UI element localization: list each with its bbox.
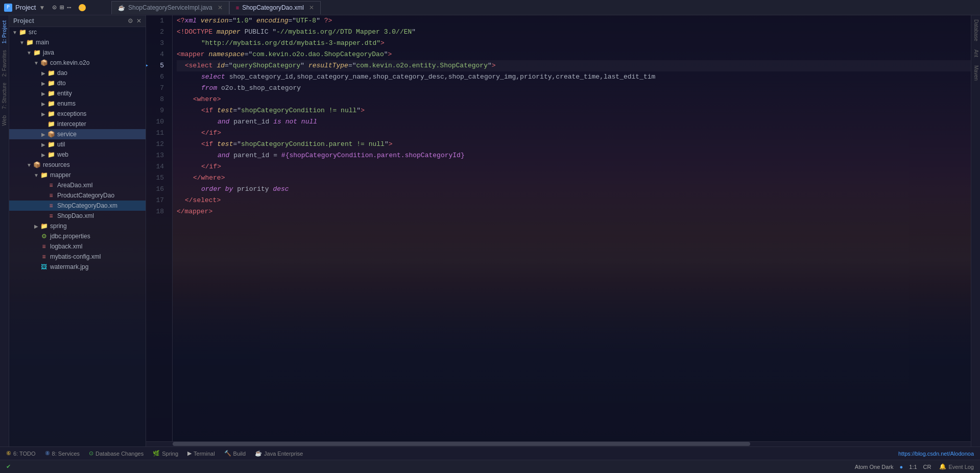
tree-item-java[interactable]: ▼ 📁 java	[9, 47, 146, 58]
ln-6: 6	[146, 71, 166, 83]
tree-item-shopdao[interactable]: ≡ ShopDao.xml	[9, 211, 146, 221]
tree-item-areadao[interactable]: ≡ AreaDao.xml	[9, 180, 146, 190]
code-content[interactable]: <?xml version="1.0" encoding="UTF-8" ?> …	[173, 15, 971, 441]
tab-java[interactable]: ☕ ShopCategoryServiceImpl.java ✕	[111, 1, 229, 14]
tree-item-mapper[interactable]: ▼ 📁 mapper	[9, 170, 146, 180]
tree-item-logback[interactable]: ≡ logback.xml	[9, 241, 146, 252]
tree-item-spring[interactable]: ▶ 📁 spring	[9, 221, 146, 231]
tab-java-close[interactable]: ✕	[218, 4, 223, 11]
project-dropdown[interactable]: ▼	[39, 4, 45, 11]
ant-panel-tab[interactable]: Ant	[971, 45, 980, 61]
label-mybatis: mybatis-config.xml	[50, 253, 101, 260]
java-icon: 📁	[33, 48, 41, 57]
panel-gear-icon[interactable]: ⚙	[128, 17, 133, 24]
exceptions-icon: 📁	[47, 110, 55, 118]
tree-item-pkg[interactable]: ▼ 📦 com.kevin.o2o	[9, 58, 146, 68]
tree-item-web[interactable]: ▶ 📁 web	[9, 150, 146, 160]
logback-icon: ≡	[40, 242, 48, 251]
todo-btn[interactable]: ⑥ 6: TODO	[2, 449, 40, 458]
label-resources: resources	[43, 161, 70, 168]
tree-item-src[interactable]: ▼ 📁 src	[9, 27, 146, 37]
spring-btn[interactable]: 🌿 Spring	[149, 449, 182, 458]
tree-item-service[interactable]: ▶ 📦 service	[9, 129, 146, 139]
build-btn[interactable]: 🔨 Build	[220, 449, 250, 458]
position-label[interactable]: 1:1	[909, 464, 917, 470]
services-btn[interactable]: ⑧ 8: Services	[41, 449, 84, 458]
java-tab-icon: ☕	[118, 5, 125, 11]
tree-item-util[interactable]: ▶ 📁 util	[9, 139, 146, 150]
tree-item-dto[interactable]: ▶ 📁 dto	[9, 78, 146, 88]
maven-panel-tab[interactable]: Maven	[971, 61, 980, 85]
terminal-btn[interactable]: ▶ Terminal	[183, 449, 219, 458]
tree-item-dao[interactable]: ▶ 📁 dao	[9, 68, 146, 78]
terminal-icon[interactable]: ⊞	[60, 3, 64, 12]
scrollbar-thumb[interactable]	[173, 442, 750, 446]
event-log-btn[interactable]: 🔔 Event Log	[937, 462, 976, 471]
shopdao-icon: ≡	[47, 212, 55, 220]
minimize-button[interactable]: —	[79, 4, 86, 11]
java-ent-label: Java Enterprise	[264, 451, 303, 457]
sidebar-tab-3[interactable]: 7: Structure	[1, 80, 8, 112]
spring-icon: 📁	[40, 222, 48, 230]
tree-item-productcategoryDao[interactable]: ≡ ProductCategoryDao	[9, 190, 146, 201]
ln-13: 13	[146, 150, 166, 161]
theme-label[interactable]: Atom One Dark	[855, 464, 894, 470]
intercepter-icon: 📁	[47, 120, 55, 128]
java-ent-btn[interactable]: ☕ Java Enterprise	[251, 449, 307, 458]
code-line-14: </if>	[177, 161, 971, 172]
util-icon: 📁	[47, 140, 55, 148]
ln-14: 14	[146, 161, 166, 172]
project-name[interactable]: Project	[15, 4, 36, 11]
panel-header: Project ⚙ ✕	[9, 15, 146, 27]
tab-xml[interactable]: ≡ ShopCategoryDao.xml ✕	[229, 1, 321, 14]
label-mapper: mapper	[50, 171, 71, 179]
tab-java-label: ShopCategoryServiceImpl.java	[128, 4, 212, 11]
status-url[interactable]: https://blog.csdn.net/Alodonoa	[898, 451, 974, 457]
code-line-9: <if test="shopCategoryCondition != null"…	[177, 105, 971, 116]
tree-item-mybatis[interactable]: ≡ mybatis-config.xml	[9, 252, 146, 262]
resources-icon: 📦	[33, 161, 41, 169]
tree-item-watermark[interactable]: 🖼 watermark.jpg	[9, 262, 146, 272]
jdbc-icon: ⚙	[40, 232, 48, 240]
label-main: main	[36, 39, 49, 46]
label-watermark: watermark.jpg	[50, 263, 88, 270]
settings-icon[interactable]: ⊙	[52, 3, 56, 12]
check-status[interactable]: ✔	[4, 462, 13, 471]
database-panel-tab[interactable]: Database	[971, 15, 980, 45]
sidebar-tab-4[interactable]: Web	[1, 112, 8, 129]
arrow-mapper: ▼	[33, 172, 40, 178]
tree-item-exceptions[interactable]: ▶ 📁 exceptions	[9, 109, 146, 119]
tab-xml-close[interactable]: ✕	[309, 4, 314, 11]
encoding-label[interactable]: CR	[923, 464, 931, 470]
web-icon: 📁	[47, 151, 55, 159]
menu-icon[interactable]: ⋯	[67, 3, 71, 12]
tree-item-resources[interactable]: ▼ 📦 resources	[9, 160, 146, 170]
code-line-18: </mapper>	[177, 206, 971, 217]
status-bar-right: Atom One Dark ● 1:1 CR 🔔 Event Log	[855, 462, 976, 471]
sidebar-tab-2[interactable]: 2: Favorites	[1, 47, 8, 80]
ln-5: ▶ 5	[146, 60, 166, 71]
service-icon: 📦	[47, 130, 55, 138]
editor-scrollbar[interactable]	[146, 441, 971, 446]
status-bar-left: ✔	[4, 462, 13, 471]
main-layout: 1: Project 2: Favorites 7: Structure Web…	[0, 15, 980, 446]
sidebar-tab-1[interactable]: 1: Project	[1, 17, 8, 47]
code-line-17: </select>	[177, 195, 971, 206]
tree-item-intercepter[interactable]: 📁 intercepter	[9, 119, 146, 129]
xml-tab-icon: ≡	[236, 5, 239, 11]
mapper-icon: 📁	[40, 171, 48, 179]
db-changes-btn[interactable]: ⊙ Database Changes	[85, 449, 148, 458]
ln-10: 10	[146, 116, 166, 128]
ln-12: 12	[146, 139, 166, 150]
tree-item-jdbc[interactable]: ⚙ jdbc.properties	[9, 231, 146, 241]
tree-item-entity[interactable]: ▶ 📁 entity	[9, 88, 146, 98]
panel-close-icon[interactable]: ✕	[136, 17, 141, 24]
code-editor: 1 2 3 4 ▶ 5 6 7 8 9 10 11 12 13 14 15 16…	[146, 15, 971, 441]
tree-item-main[interactable]: ▼ 📁 main	[9, 37, 146, 47]
status-dot: ●	[900, 464, 903, 470]
tree-item-enums[interactable]: ▶ 📁 enums	[9, 98, 146, 109]
ln-18: 18	[146, 206, 166, 217]
label-pkg: com.kevin.o2o	[50, 59, 89, 66]
project-panel: Project ⚙ ✕ ▼ 📁 src ▼ 📁 main ▼ 📁 java ▼ …	[9, 15, 146, 446]
tree-item-shopcategorydao[interactable]: ≡ ShopCategoryDao.xm	[9, 201, 146, 211]
